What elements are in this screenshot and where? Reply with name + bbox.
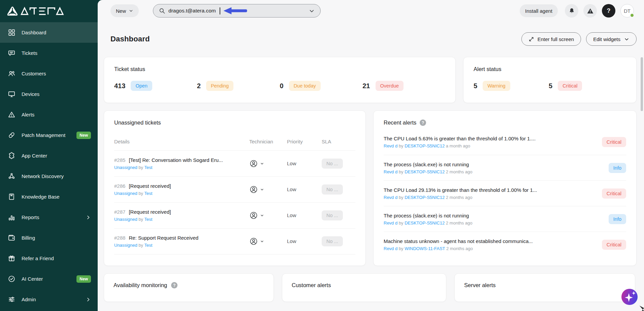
app-center-icon bbox=[8, 152, 15, 160]
global-search[interactable] bbox=[153, 4, 321, 18]
install-agent-button[interactable]: Install agent bbox=[520, 4, 558, 17]
search-dropdown-chevron-icon[interactable] bbox=[309, 8, 315, 14]
alert-row[interactable]: The process (slack.exe) is not running R… bbox=[384, 206, 626, 232]
search-icon bbox=[159, 7, 165, 14]
alert-row[interactable]: The process (slack.exe) is not running R… bbox=[384, 155, 626, 180]
atera-logo[interactable] bbox=[0, 0, 98, 22]
sidebar-item-label: Reports bbox=[22, 214, 39, 220]
alerts-status-button[interactable] bbox=[583, 4, 597, 18]
ticket-stat[interactable]: 413 Open bbox=[114, 81, 197, 91]
sidebar-item-label: Dashboard bbox=[22, 30, 46, 35]
sla-pill: No ... bbox=[322, 184, 343, 195]
ticket-id: #285 bbox=[114, 157, 125, 163]
assign-technician-dropdown[interactable] bbox=[249, 211, 287, 220]
alert-customer-link[interactable]: Revd d bbox=[384, 220, 397, 226]
alert-device-link[interactable]: WINDOWS-11-FAST bbox=[405, 246, 445, 251]
sidebar-item[interactable]: Reports bbox=[0, 207, 98, 228]
alert-customer-link[interactable]: Revd d bbox=[384, 195, 397, 200]
ticket-row[interactable]: #286 [Request received] Unassigned by Te… bbox=[114, 177, 355, 203]
ticket-stat[interactable]: 0 Due today bbox=[280, 81, 363, 91]
ticket-row[interactable]: #288 Re: Support Request Received Unassi… bbox=[114, 229, 355, 254]
expand-icon bbox=[528, 36, 534, 42]
sidebar-item[interactable]: Customers bbox=[0, 63, 98, 84]
sidebar-item[interactable]: App Center bbox=[0, 145, 98, 166]
alert-title[interactable]: The process (slack.exe) is not running bbox=[384, 213, 602, 218]
assign-technician-dropdown[interactable] bbox=[249, 159, 287, 168]
alert-stat[interactable]: 5 Critical bbox=[549, 81, 624, 91]
alert-customer-link[interactable]: Revd d bbox=[384, 246, 397, 251]
sidebar-item[interactable]: Billing bbox=[0, 228, 98, 248]
stat-label-pill: Critical bbox=[558, 81, 582, 91]
sidebar-item[interactable]: Knowledge Base bbox=[0, 186, 98, 207]
scrollbar-thumb[interactable] bbox=[641, 57, 643, 111]
topbar-actions: Install agent ? DT bbox=[520, 4, 634, 18]
requester-link[interactable]: Test bbox=[144, 191, 152, 196]
alert-device-link[interactable]: DESKTOP-S5NIC12 bbox=[405, 220, 445, 226]
alert-title[interactable]: Machine status unknown - agent has not e… bbox=[384, 238, 595, 244]
enter-full-screen-button[interactable]: Enter full screen bbox=[521, 32, 581, 46]
alert-title[interactable]: The process (slack.exe) is not running bbox=[384, 162, 602, 167]
assign-technician-dropdown[interactable] bbox=[249, 185, 287, 194]
chevron-down-icon bbox=[260, 162, 264, 166]
sidebar-item[interactable]: AI Center New bbox=[0, 269, 98, 289]
help-button[interactable]: ? bbox=[602, 4, 615, 18]
alert-device-link[interactable]: DESKTOP-S5NIC12 bbox=[405, 143, 445, 148]
alert-stat[interactable]: 5 Warning bbox=[474, 81, 549, 91]
assignee-link[interactable]: Unassigned bbox=[114, 191, 137, 196]
ticket-subject[interactable]: [Request received] bbox=[129, 209, 171, 215]
sidebar-item[interactable]: Patch Management New bbox=[0, 125, 98, 145]
sidebar-item[interactable]: Network Discovery bbox=[0, 166, 98, 186]
assignee-link[interactable]: Unassigned bbox=[114, 217, 137, 222]
ticket-row[interactable]: #287 [Request received] Unassigned by Te… bbox=[114, 203, 355, 229]
search-input[interactable] bbox=[168, 8, 220, 14]
alert-row[interactable]: The CPU Load 5.63% is greater than the t… bbox=[384, 129, 626, 155]
main-area: New Install agent bbox=[98, 0, 644, 311]
alert-customer-link[interactable]: Revd d bbox=[384, 169, 397, 174]
user-avatar[interactable]: DT bbox=[620, 4, 634, 18]
severity-badge: Critical bbox=[602, 137, 626, 147]
text-caret bbox=[220, 7, 220, 14]
alert-time: 2 months ago bbox=[446, 195, 473, 200]
admin-icon bbox=[8, 296, 15, 303]
alert-title[interactable]: The CPU Load 29.13% is greater than the … bbox=[384, 187, 595, 193]
sidebar-item[interactable]: Alerts bbox=[0, 104, 98, 125]
assign-technician-dropdown[interactable] bbox=[249, 237, 287, 246]
widget-title: Ticket status bbox=[114, 66, 445, 72]
alert-title[interactable]: The CPU Load 5.63% is greater than the t… bbox=[384, 136, 595, 141]
requester-link[interactable]: Test bbox=[144, 165, 152, 170]
alert-row[interactable]: The CPU Load 29.13% is greater than the … bbox=[384, 180, 626, 206]
sidebar-item[interactable]: Admin bbox=[0, 289, 98, 310]
dashboard-icon bbox=[8, 29, 15, 36]
ticket-subject[interactable]: [Request received] bbox=[129, 183, 171, 189]
widget-title: Alert status bbox=[474, 66, 626, 72]
requester-link[interactable]: Test bbox=[144, 243, 152, 248]
chevron-down-icon bbox=[260, 187, 264, 192]
alert-row[interactable]: Machine status unknown - agent has not e… bbox=[384, 232, 626, 257]
stat-value: 2 bbox=[197, 82, 201, 90]
notifications-button[interactable] bbox=[565, 4, 578, 18]
sidebar-item[interactable]: Devices bbox=[0, 84, 98, 104]
sidebar-item[interactable]: Dashboard bbox=[0, 22, 98, 43]
sidebar-item[interactable]: Refer a Friend bbox=[0, 248, 98, 269]
alerts-icon bbox=[8, 111, 15, 118]
assignee-link[interactable]: Unassigned bbox=[114, 243, 137, 248]
ticket-subject[interactable]: Re: Support Request Received bbox=[129, 235, 198, 241]
alert-device-link[interactable]: DESKTOP-S5NIC12 bbox=[405, 169, 445, 174]
stat-value: 21 bbox=[362, 82, 370, 90]
page-title: Dashboard bbox=[110, 35, 150, 43]
help-icon[interactable] bbox=[171, 282, 178, 288]
stat-label-pill: Warning bbox=[483, 81, 510, 91]
ticket-stat[interactable]: 2 Pending bbox=[197, 81, 280, 91]
edit-widgets-button[interactable]: Edit widgets bbox=[586, 32, 637, 46]
alert-device-link[interactable]: DESKTOP-S5NIC12 bbox=[405, 195, 445, 200]
ticket-row[interactable]: #285 [Test] Re: Conversation with Sogard… bbox=[114, 151, 355, 177]
ai-copilot-fab[interactable] bbox=[621, 289, 638, 305]
new-button[interactable]: New bbox=[110, 4, 139, 17]
assignee-link[interactable]: Unassigned bbox=[114, 165, 137, 170]
ticket-stat[interactable]: 21 Overdue bbox=[362, 81, 445, 91]
help-icon[interactable] bbox=[420, 119, 426, 126]
requester-link[interactable]: Test bbox=[144, 217, 152, 222]
sidebar-item[interactable]: Tickets bbox=[0, 43, 98, 63]
ticket-subject[interactable]: [Test] Re: Conversation with Sogard Eru.… bbox=[129, 157, 223, 163]
alert-customer-link[interactable]: Revd d bbox=[384, 143, 397, 148]
